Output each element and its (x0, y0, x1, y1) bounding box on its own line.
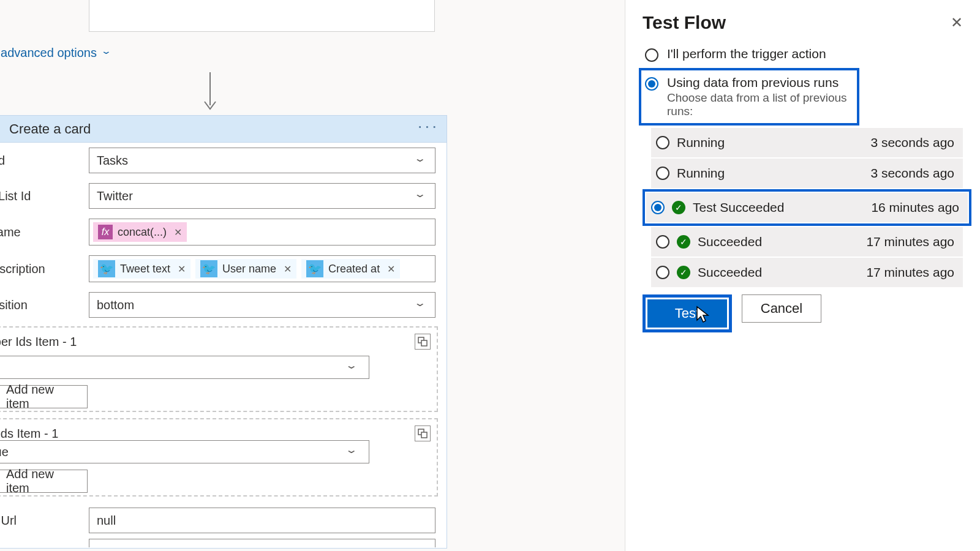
option-trigger-action[interactable]: I'll perform the trigger action (643, 40, 963, 68)
panel-title: Test Flow (643, 12, 726, 33)
radio-icon[interactable] (645, 48, 658, 62)
run-status: Succeeded (698, 265, 762, 280)
source-url-value: null (97, 514, 116, 528)
add-label-id-button[interactable]: ＋ Add new item (0, 470, 88, 493)
chevron-down-icon (416, 190, 424, 202)
label-ids-item-select[interactable]: blue (0, 440, 369, 463)
parent-list-id-select[interactable]: Twitter (89, 183, 435, 209)
advanced-options-toggle[interactable]: ow advanced options (0, 46, 110, 60)
run-item[interactable]: Running 3 seconds ago (651, 159, 963, 188)
array-mode-toggle-icon[interactable] (415, 334, 431, 350)
success-icon: ✓ (672, 201, 685, 214)
advanced-options-label: ow advanced options (0, 46, 97, 60)
highlight-box-option-previous: Using data from previous runs Choose dat… (639, 68, 859, 126)
run-status: Running (677, 135, 725, 150)
field-label-source-url: urce Url (0, 514, 62, 528)
previous-runs-list: Running 3 seconds ago Running 3 seconds … (651, 128, 963, 287)
expression-token-label: concat(...) (118, 226, 167, 239)
chevron-down-icon (416, 155, 424, 167)
card-position-select[interactable]: bottom (89, 292, 435, 318)
field-label-card-position: d Position (0, 298, 62, 312)
card-title: Create a card (9, 121, 418, 137)
flow-canvas: ow advanced options Create a card ··· ar… (0, 0, 625, 551)
highlight-box-test-button: Test (643, 294, 732, 332)
chevron-down-icon (347, 362, 355, 373)
label-ids-array: bel Ids Item - 1 blue ＋ Add new item (0, 418, 438, 497)
highlight-box-selected-run: ✓ Test Succeeded 16 minutes ago (643, 189, 971, 226)
dynamic-token-user-name[interactable]: 🐦 User name ✕ (195, 259, 296, 279)
remove-token-icon[interactable]: ✕ (284, 263, 292, 275)
twitter-icon: 🐦 (200, 260, 217, 277)
card-position-value: bottom (97, 298, 134, 312)
add-member-id-button[interactable]: ＋ Add new item (0, 385, 88, 408)
radio-icon[interactable] (656, 235, 669, 249)
run-item[interactable]: ✓ Succeeded 17 minutes ago (651, 227, 963, 257)
cancel-button-label: Cancel (761, 301, 802, 317)
member-ids-array: ember Ids Item - 1 ＋ Add new item (0, 326, 438, 412)
remove-token-icon[interactable]: ✕ (387, 263, 395, 275)
run-time: 16 minutes ago (871, 200, 959, 215)
add-label-id-label: Add new item (6, 467, 78, 495)
connector-arrow-icon (202, 72, 218, 111)
add-member-id-label: Add new item (6, 383, 78, 411)
test-button[interactable]: Test (647, 299, 727, 328)
previous-card-fragment (89, 0, 435, 32)
board-id-select[interactable]: Tasks (89, 148, 435, 173)
success-icon: ✓ (677, 266, 690, 279)
run-time: 3 seconds ago (870, 166, 954, 181)
member-ids-item-select[interactable] (0, 356, 369, 379)
run-status: Succeeded (698, 234, 762, 249)
option-trigger-label: I'll perform the trigger action (667, 47, 826, 61)
radio-icon[interactable] (645, 77, 658, 91)
remove-token-icon[interactable]: ✕ (178, 263, 186, 275)
twitter-icon: 🐦 (98, 260, 115, 277)
success-icon: ✓ (677, 235, 690, 249)
action-card-create-a-card: Create a card ··· ard Id Tasks rent List… (0, 115, 447, 549)
run-status: Running (677, 166, 725, 181)
option-previous-sublabel: Choose data from a list of previous runs… (667, 91, 853, 118)
radio-icon[interactable] (656, 167, 669, 180)
member-ids-title: ember Ids Item - 1 (0, 335, 77, 349)
card-description-input[interactable]: 🐦 Tweet text ✕ 🐦 User name ✕ 🐦 Created a… (89, 255, 435, 282)
field-label-parent-list-id: rent List Id (0, 189, 62, 203)
card-header[interactable]: Create a card ··· (0, 116, 447, 143)
option-previous-label: Using data from previous runs (667, 75, 853, 90)
test-flow-panel: Test Flow ✕ I'll perform the trigger act… (625, 0, 980, 551)
twitter-icon: 🐦 (306, 260, 323, 277)
dynamic-token-tweet-text[interactable]: 🐦 Tweet text ✕ (93, 259, 190, 279)
cancel-button[interactable]: Cancel (742, 294, 821, 323)
remove-token-icon[interactable]: ✕ (174, 227, 182, 238)
card-name-input[interactable]: fx concat(...) ✕ (89, 219, 435, 246)
field-label-card-description: d Description (0, 262, 62, 276)
radio-icon[interactable] (651, 201, 665, 214)
run-status: Test Succeeded (693, 200, 784, 215)
chevron-down-icon (347, 446, 355, 458)
board-id-value: Tasks (97, 154, 128, 168)
chevron-down-icon (416, 299, 424, 311)
dynamic-token-created-at[interactable]: 🐦 Created at ✕ (301, 259, 400, 279)
svg-rect-4 (421, 432, 427, 438)
radio-icon[interactable] (656, 266, 669, 279)
expression-token[interactable]: fx concat(...) ✕ (93, 222, 187, 242)
option-previous-runs[interactable]: Using data from previous runs Choose dat… (643, 72, 856, 122)
label-ids-title: bel Ids Item - 1 (0, 427, 58, 441)
run-time: 17 minutes ago (866, 265, 954, 280)
svg-rect-2 (421, 340, 427, 346)
run-time: 3 seconds ago (870, 135, 954, 150)
run-item-selected[interactable]: ✓ Test Succeeded 16 minutes ago (646, 193, 968, 222)
field-label-board-id: ard Id (0, 154, 62, 168)
fx-icon: fx (98, 225, 113, 239)
close-icon[interactable]: ✕ (951, 14, 963, 31)
run-time: 17 minutes ago (866, 234, 954, 249)
run-item[interactable]: ✓ Succeeded 17 minutes ago (651, 258, 963, 287)
run-item[interactable]: Running 3 seconds ago (651, 128, 963, 157)
parent-list-id-value: Twitter (97, 189, 133, 203)
source-url-input[interactable]: null (89, 508, 435, 533)
test-button-label: Test (675, 305, 699, 321)
array-mode-toggle-icon[interactable] (415, 425, 431, 441)
field-label-card-name: rd Name (0, 225, 62, 239)
truncated-input[interactable] (89, 539, 435, 547)
radio-icon[interactable] (656, 136, 669, 149)
chevron-down-icon (103, 48, 110, 58)
label-ids-item-value: blue (0, 445, 9, 459)
